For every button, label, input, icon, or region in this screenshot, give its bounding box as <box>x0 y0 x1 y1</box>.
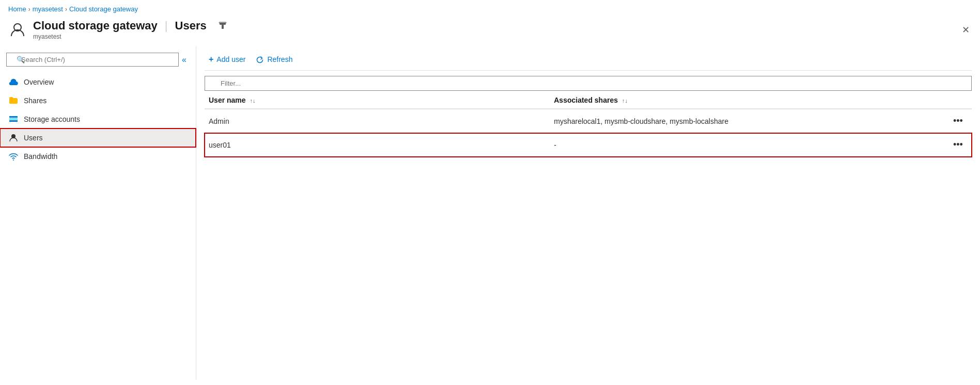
breadcrumb-current: Cloud storage gateway <box>69 5 138 13</box>
svg-point-8 <box>13 159 14 161</box>
sidebar-item-bandwidth[interactable]: Bandwidth <box>0 147 196 166</box>
refresh-icon <box>256 55 264 63</box>
refresh-button[interactable]: Refresh <box>252 53 297 66</box>
section-name: Users <box>175 19 207 33</box>
sidebar-shares-label: Shares <box>24 97 46 105</box>
close-button[interactable]: ✕ <box>960 22 972 38</box>
breadcrumb: Home › myasetest › Cloud storage gateway <box>8 5 972 13</box>
cell-username: user01 <box>205 133 550 157</box>
users-table: User name ↑↓ Associated shares ↑↓ Admin … <box>205 91 972 157</box>
resource-subtitle: myasetest <box>33 33 231 40</box>
toolbar: + Add user Refresh <box>205 46 972 71</box>
sidebar-overview-label: Overview <box>24 78 54 86</box>
add-user-label: Add user <box>216 55 245 63</box>
wifi-icon <box>8 151 19 162</box>
folder-icon <box>8 95 19 106</box>
pin-button[interactable] <box>214 19 231 33</box>
cell-username: Admin <box>205 109 550 133</box>
table-icon <box>8 114 19 124</box>
add-icon: + <box>209 55 213 64</box>
table-row: user01 - ••• <box>205 133 972 157</box>
sidebar-item-shares[interactable]: Shares <box>0 91 196 110</box>
sort-shares-icon: ↑↓ <box>622 98 628 104</box>
sidebar-bandwidth-label: Bandwidth <box>24 152 57 161</box>
add-user-button[interactable]: + Add user <box>205 53 250 66</box>
breadcrumb-home[interactable]: Home <box>8 5 26 13</box>
svg-rect-5 <box>9 118 18 120</box>
filter-row: 🔍 <box>205 76 972 91</box>
row-more-button[interactable]: ••• <box>950 115 966 127</box>
sort-username-icon: ↑↓ <box>250 98 255 104</box>
sidebar-item-storage-accounts[interactable]: Storage accounts <box>0 110 196 129</box>
sidebar-item-overview[interactable]: Overview <box>0 73 196 91</box>
col-username-label: User name <box>209 96 246 104</box>
collapse-button[interactable]: « <box>179 53 190 67</box>
svg-rect-4 <box>9 116 18 118</box>
sidebar-storage-label: Storage accounts <box>24 115 80 123</box>
search-input[interactable] <box>6 53 179 67</box>
row-more-button[interactable]: ••• <box>950 138 966 151</box>
content-area: + Add user Refresh 🔍 <box>196 46 980 380</box>
resource-icon <box>8 21 27 39</box>
svg-rect-2 <box>222 25 224 29</box>
cell-associated-shares: - <box>550 133 946 157</box>
cell-associated-shares: mysharelocal1, mysmb-cloudshare, mysmb-l… <box>550 109 946 133</box>
col-username[interactable]: User name ↑↓ <box>205 91 550 109</box>
resource-name: Cloud storage gateway <box>33 19 158 33</box>
refresh-label: Refresh <box>267 55 292 63</box>
pin-icon <box>218 21 227 30</box>
sidebar-item-users[interactable]: Users <box>0 129 196 147</box>
cloud-icon <box>8 77 19 87</box>
sidebar: 🔍 « Overview Shares <box>0 46 196 380</box>
sidebar-users-label: Users <box>24 134 43 142</box>
col-associated-shares[interactable]: Associated shares ↑↓ <box>550 91 946 109</box>
breadcrumb-myasetest[interactable]: myasetest <box>33 5 63 13</box>
col-shares-label: Associated shares <box>554 96 618 104</box>
filter-input[interactable] <box>205 76 972 91</box>
person-icon <box>8 133 19 143</box>
table-row: Admin mysharelocal1, mysmb-cloudshare, m… <box>205 109 972 133</box>
page-title: Cloud storage gateway | Users <box>33 19 231 33</box>
svg-rect-6 <box>9 120 18 122</box>
